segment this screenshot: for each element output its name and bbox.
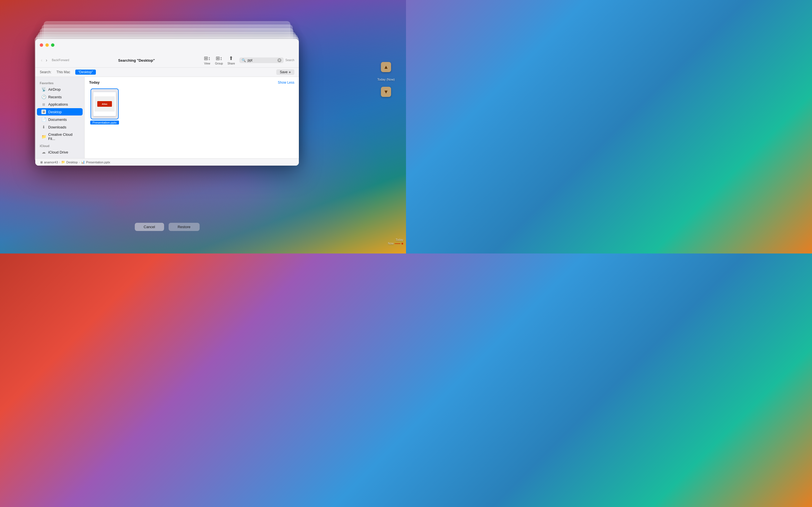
timemachine-up-button[interactable]: ▲ xyxy=(381,62,391,72)
traffic-lights xyxy=(40,43,54,47)
timemachine-down-button[interactable]: ▼ xyxy=(381,87,391,97)
search-clear-button[interactable]: ✕ xyxy=(277,58,282,62)
sidebar-item-label: Applications xyxy=(48,102,68,107)
close-button[interactable] xyxy=(40,43,43,47)
breadcrumb-desktop: 📁 Desktop xyxy=(61,160,78,164)
group-icon: ⊞↕ xyxy=(216,55,222,61)
title-bar xyxy=(35,39,299,54)
user-folder-icon: 🖥 xyxy=(40,161,43,164)
file-grid: Atlas Presentation.pptx xyxy=(89,87,294,126)
pptx-slide: Atlas xyxy=(94,96,115,112)
tags-label: Tags xyxy=(35,156,84,158)
bottom-buttons: Cancel Restore xyxy=(35,223,299,231)
timeline: Today Now xyxy=(388,238,403,245)
timeline-today-row: Today xyxy=(396,238,403,241)
sidebar-item-creative-cloud[interactable]: 📁 Creative Cloud Fil... xyxy=(37,131,83,142)
timeline-dot xyxy=(402,243,403,244)
scope-this-mac-button[interactable]: This Mac xyxy=(54,69,73,75)
breadcrumb-desktop-label: Desktop xyxy=(66,161,78,164)
sidebar-item-downloads[interactable]: ⬇ Downloads xyxy=(37,123,83,131)
view-button[interactable]: ⊞↕ View xyxy=(204,55,211,65)
section-header: Today Show Less xyxy=(89,80,294,84)
pptx-file-icon: 📊 xyxy=(81,160,85,164)
sidebar-item-label: Downloads xyxy=(48,125,66,129)
file-area: Today Show Less Atlas Presen xyxy=(85,77,299,158)
sidebar-item-label: Creative Cloud Fil... xyxy=(48,132,78,141)
file-item-presentation[interactable]: Atlas Presentation.pptx xyxy=(89,87,120,126)
documents-icon: 📄 xyxy=(42,117,46,122)
applications-icon: ⊞ xyxy=(42,103,46,107)
sidebar-item-desktop[interactable]: 🖥 Desktop xyxy=(37,108,83,115)
sidebar-item-documents[interactable]: 📄 Documents xyxy=(37,116,83,123)
creative-cloud-icon: 📁 xyxy=(42,134,46,139)
sidebar-item-applications[interactable]: ⊞ Applications xyxy=(37,101,83,108)
pptx-content-bar: Atlas xyxy=(97,101,112,107)
back-button[interactable]: ‹ xyxy=(40,57,43,63)
timemachine-nav: ▲ Today (Now) ▼ xyxy=(377,62,395,97)
breadcrumb-sep-2: › xyxy=(79,161,80,164)
nav-buttons: ‹ › xyxy=(40,57,49,63)
file-thumbnail-inner: Atlas xyxy=(93,92,116,116)
share-button[interactable]: ⬆ Share xyxy=(227,55,235,65)
finder-dialog: ‹ › Back/Forward Searching "Desktop" ⊞↕ … xyxy=(35,39,299,166)
up-chevron-icon: ▲ xyxy=(384,64,389,70)
scope-desktop-button[interactable]: "Desktop" xyxy=(75,69,96,75)
search-scope-label: Search: xyxy=(40,70,51,74)
show-less-button[interactable]: Show Less xyxy=(278,80,294,84)
sidebar-item-label: Documents xyxy=(48,117,67,122)
timeline-now-label: Now xyxy=(388,242,394,245)
view-icon: ⊞↕ xyxy=(204,55,211,61)
minimize-button[interactable] xyxy=(45,43,49,47)
icloud-label: iCloud xyxy=(35,143,84,148)
search-icon: 🔍 xyxy=(242,58,246,62)
pptx-atlas-label: Atlas xyxy=(102,103,107,105)
maximize-button[interactable] xyxy=(51,43,54,47)
back-forward-label: Back/Forward xyxy=(52,59,69,62)
add-icon: + xyxy=(289,70,291,74)
search-label: Search xyxy=(285,59,294,62)
breadcrumb-user-label: anamor43 xyxy=(44,161,58,164)
sidebar-item-label: Recents xyxy=(48,95,62,99)
breadcrumb-bar: 🖥 anamor43 › 📁 Desktop › 📊 Presentation.… xyxy=(35,158,299,166)
recents-icon: 🕐 xyxy=(42,95,46,99)
breadcrumb-file: 📊 Presentation.pptx xyxy=(81,160,110,164)
timemachine-label: Today (Now) xyxy=(377,78,395,81)
sidebar-item-airdrop[interactable]: 📡 AirDrop xyxy=(37,86,83,93)
file-thumbnail: Atlas xyxy=(91,89,119,119)
toolbar: ‹ › Back/Forward Searching "Desktop" ⊞↕ … xyxy=(35,54,299,68)
toolbar-actions: ⊞↕ View ⊞↕ Group ⬆ Share 🔍 ✕ Search xyxy=(204,55,294,65)
forward-button[interactable]: › xyxy=(45,57,48,63)
sidebar-item-label: AirDrop xyxy=(48,87,61,92)
file-name-label: Presentation.pptx xyxy=(90,121,119,124)
down-chevron-icon: ▼ xyxy=(384,89,389,95)
icloud-drive-icon: ☁ xyxy=(42,150,46,154)
search-bar: Search: This Mac "Desktop" Save + xyxy=(35,68,299,77)
sidebar-item-label: Desktop xyxy=(48,110,62,114)
sidebar-item-recents[interactable]: 🕐 Recents xyxy=(37,93,83,101)
airdrop-icon: 📡 xyxy=(42,87,46,92)
breadcrumb-file-label: Presentation.pptx xyxy=(86,161,110,164)
desktop-folder-icon: 📁 xyxy=(61,160,65,164)
cancel-button[interactable]: Cancel xyxy=(135,223,164,231)
timeline-now-row: Now xyxy=(388,242,403,245)
search-box[interactable]: 🔍 ✕ xyxy=(239,57,284,63)
today-label: Today xyxy=(89,80,100,84)
sidebar-item-label: iCloud Drive xyxy=(48,150,68,154)
content-area: Favorites 📡 AirDrop 🕐 Recents ⊞ Applicat… xyxy=(35,77,299,158)
favorites-label: Favorites xyxy=(35,80,84,86)
timeline-line xyxy=(395,243,400,244)
sidebar: Favorites 📡 AirDrop 🕐 Recents ⊞ Applicat… xyxy=(35,77,85,158)
share-icon: ⬆ xyxy=(229,55,233,61)
restore-button[interactable]: Restore xyxy=(168,223,200,231)
downloads-icon: ⬇ xyxy=(42,125,46,129)
search-input[interactable] xyxy=(248,58,276,62)
window-title: Searching "Desktop" xyxy=(118,58,155,62)
breadcrumb-sep-1: › xyxy=(59,161,60,164)
save-search-button[interactable]: Save + xyxy=(276,69,294,75)
breadcrumb-user: 🖥 anamor43 xyxy=(40,161,58,164)
timeline-today-label: Today xyxy=(396,238,403,241)
group-button[interactable]: ⊞↕ Group xyxy=(215,55,223,65)
sidebar-item-icloud-drive[interactable]: ☁ iCloud Drive xyxy=(37,149,83,156)
desktop-icon: 🖥 xyxy=(42,110,46,114)
